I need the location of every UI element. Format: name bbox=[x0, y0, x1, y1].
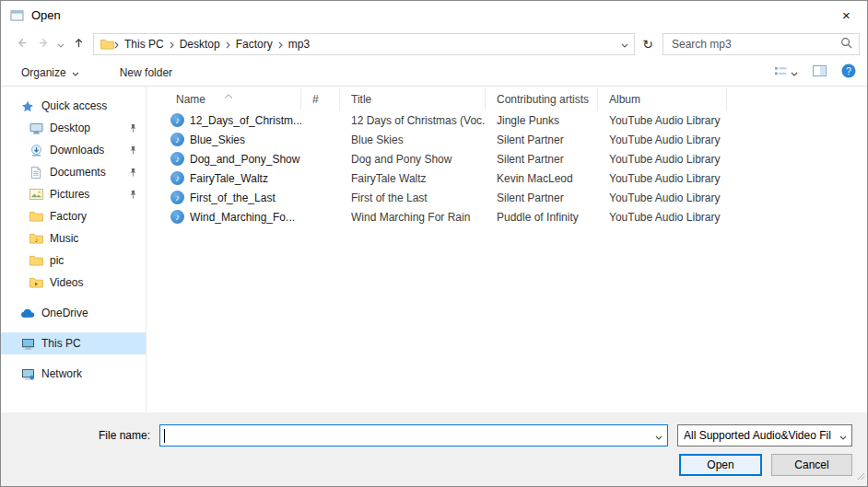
file-type-dropdown-button[interactable] bbox=[835, 425, 851, 446]
command-toolbar: Organize New folder ? bbox=[1, 59, 867, 87]
file-artists: Silent Partner bbox=[486, 133, 598, 146]
file-name-input[interactable] bbox=[165, 425, 651, 446]
file-name: Wind_Marching_Fo... bbox=[190, 211, 295, 224]
file-name: Dog_and_Pony_Show bbox=[190, 153, 299, 166]
file-artists: Jingle Punks bbox=[486, 114, 598, 127]
organize-label: Organize bbox=[21, 66, 66, 79]
sidebar-item-documents[interactable]: Documents bbox=[1, 161, 146, 183]
help-icon: ? bbox=[841, 64, 856, 81]
breadcrumb-desktop[interactable]: Desktop bbox=[174, 38, 226, 51]
file-name-cell: ♪ Blue_Skies bbox=[165, 133, 301, 146]
search-input[interactable] bbox=[670, 37, 840, 52]
breadcrumb-factory[interactable]: Factory bbox=[230, 38, 278, 51]
file-artists: Kevin MacLeod bbox=[486, 172, 598, 185]
search-icon[interactable] bbox=[840, 36, 852, 52]
up-icon bbox=[72, 36, 86, 52]
file-list[interactable]: Name # Title Contributing artists Album … bbox=[147, 87, 867, 412]
back-button[interactable] bbox=[10, 32, 32, 56]
file-name-cell: ♪ Dog_and_Pony_Show bbox=[165, 152, 301, 166]
breadcrumb-mp3[interactable]: mp3 bbox=[283, 38, 315, 51]
file-name-cell: ♪ First_of_the_Last bbox=[165, 191, 301, 204]
close-icon: × bbox=[842, 7, 850, 23]
file-title: Dog and Pony Show bbox=[340, 153, 486, 166]
file-name-dropdown-button[interactable] bbox=[651, 425, 667, 446]
sidebar-item-network[interactable]: Network bbox=[1, 363, 146, 385]
sidebar-item-onedrive[interactable]: OneDrive bbox=[1, 302, 146, 324]
address-bar[interactable]: This PC Desktop Factory mp3 bbox=[93, 33, 635, 55]
file-type-select[interactable]: All Supported Audio&Video Fil bbox=[677, 424, 852, 446]
sidebar-item-downloads[interactable]: Downloads bbox=[1, 139, 146, 161]
forward-icon bbox=[37, 36, 51, 52]
star-icon bbox=[20, 100, 35, 112]
file-row[interactable]: ♪ Blue_Skies Blue Skies Silent Partner Y… bbox=[165, 130, 867, 149]
resize-grip[interactable] bbox=[856, 468, 865, 484]
file-name-cell: ♪ FairyTale_Waltz bbox=[165, 171, 301, 185]
column-header-album[interactable]: Album bbox=[598, 88, 727, 110]
sidebar-item-videos[interactable]: Videos bbox=[1, 272, 146, 294]
chevron-down-icon bbox=[839, 429, 847, 443]
recent-locations-button[interactable] bbox=[54, 32, 67, 56]
column-header-title[interactable]: Title bbox=[340, 88, 486, 110]
column-header-artists[interactable]: Contributing artists bbox=[486, 88, 598, 110]
sidebar-item-label: OneDrive bbox=[41, 307, 88, 319]
breadcrumb-this-pc[interactable]: This PC bbox=[119, 38, 170, 51]
file-name-label: File name: bbox=[1, 429, 159, 442]
file-title: Wind Marching For Rain bbox=[340, 211, 486, 224]
dialog-footer: File name: All Supported Audio&Video Fil… bbox=[1, 412, 867, 486]
sidebar-item-this-pc[interactable]: This PC bbox=[1, 332, 146, 354]
file-row[interactable]: ♪ FairyTale_Waltz FairyTale Waltz Kevin … bbox=[165, 168, 867, 188]
cancel-button[interactable]: Cancel bbox=[771, 454, 852, 476]
sidebar-item-desktop[interactable]: Desktop bbox=[1, 117, 146, 139]
new-folder-button[interactable]: New folder bbox=[111, 59, 182, 86]
file-album: YouTube Audio Library bbox=[598, 211, 727, 224]
file-row[interactable]: ♪ Dog_and_Pony_Show Dog and Pony Show Si… bbox=[165, 149, 867, 168]
file-album: YouTube Audio Library bbox=[598, 133, 727, 146]
audio-file-icon: ♪ bbox=[170, 191, 184, 204]
organize-button[interactable]: Organize bbox=[12, 59, 88, 86]
file-name: Blue_Skies bbox=[190, 133, 245, 146]
chevron-down-icon bbox=[621, 37, 628, 51]
close-button[interactable]: × bbox=[826, 1, 867, 29]
file-row[interactable]: ♪ Wind_Marching_Fo... Wind Marching For … bbox=[165, 207, 867, 226]
up-button[interactable] bbox=[67, 32, 89, 56]
desktop-icon bbox=[29, 122, 43, 134]
refresh-button[interactable]: ↻ bbox=[637, 33, 659, 55]
window-title: Open bbox=[31, 8, 61, 22]
change-view-button[interactable] bbox=[774, 65, 798, 80]
sidebar-item-factory[interactable]: Factory bbox=[1, 205, 146, 227]
sidebar-item-label: Pictures bbox=[50, 188, 89, 201]
column-header-row: Name # Title Contributing artists Album bbox=[165, 88, 867, 110]
column-header-name[interactable]: Name bbox=[165, 88, 301, 110]
navigation-pane: Quick access Desktop Downloads Documents… bbox=[1, 87, 147, 412]
svg-text:♪: ♪ bbox=[34, 236, 38, 244]
file-name-cell: ♪ 12_Days_of_Christm... bbox=[165, 113, 301, 127]
sidebar-item-label: pic bbox=[50, 254, 64, 267]
file-row[interactable]: ♪ First_of_the_Last First of the Last Si… bbox=[165, 188, 867, 207]
address-dropdown-button[interactable] bbox=[616, 34, 634, 54]
sidebar-item-music[interactable]: ♪ Music bbox=[1, 227, 146, 249]
svg-text:?: ? bbox=[846, 66, 851, 76]
file-row[interactable]: ♪ 12_Days_of_Christm... 12 Days of Chris… bbox=[165, 110, 867, 130]
forward-button[interactable] bbox=[32, 32, 54, 56]
sidebar-item-pic[interactable]: pic bbox=[1, 249, 146, 272]
sidebar-item-pictures[interactable]: Pictures bbox=[1, 183, 146, 205]
open-button[interactable]: Open bbox=[679, 454, 762, 476]
file-artists: Puddle of Infinity bbox=[486, 211, 598, 224]
new-folder-label: New folder bbox=[120, 66, 172, 79]
file-name-cell: ♪ Wind_Marching_Fo... bbox=[165, 210, 301, 224]
sidebar-item-quick-access[interactable]: Quick access bbox=[1, 95, 146, 117]
network-icon bbox=[20, 368, 35, 380]
computer-icon bbox=[20, 338, 35, 350]
sidebar-item-label: Quick access bbox=[41, 99, 107, 112]
file-title: FairyTale Waltz bbox=[340, 172, 486, 185]
column-header-number[interactable]: # bbox=[301, 88, 340, 110]
folder-icon bbox=[29, 255, 43, 266]
sort-ascending-icon bbox=[224, 88, 233, 101]
music-folder-icon: ♪ bbox=[29, 233, 43, 244]
preview-pane-button[interactable] bbox=[813, 65, 827, 79]
pin-icon bbox=[129, 123, 137, 133]
dialog-icon bbox=[9, 9, 24, 21]
help-button[interactable]: ? bbox=[841, 64, 856, 81]
sidebar-item-label: Documents bbox=[50, 166, 106, 179]
pin-icon bbox=[129, 145, 137, 156]
